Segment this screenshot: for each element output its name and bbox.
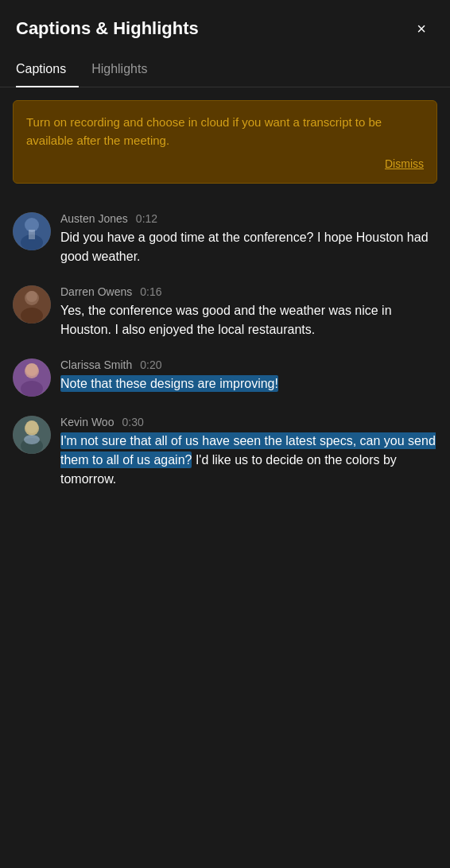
speaker-name-1: Austen Jones [60, 212, 128, 225]
caption-text-3: Note that these designs are improving! [60, 374, 437, 393]
notification-banner: Turn on recording and choose in cloud if… [13, 100, 437, 184]
dismiss-button[interactable]: Dismiss [385, 157, 424, 170]
caption-meta-3: Clarissa Smith 0:20 [60, 358, 437, 371]
svg-point-11 [25, 363, 38, 376]
avatar-kevin [13, 416, 51, 454]
tabs-container: Captions Highlights [0, 54, 450, 87]
speaker-name-4: Kevin Woo [60, 416, 114, 428]
timestamp-3: 0:20 [140, 358, 161, 371]
timestamp-4: 0:30 [122, 416, 143, 428]
header: Captions & Highlights × [0, 0, 450, 54]
close-button[interactable]: × [409, 16, 434, 41]
speaker-name-3: Clarissa Smith [60, 358, 132, 371]
caption-meta-1: Austen Jones 0:12 [60, 212, 437, 225]
svg-point-7 [26, 291, 37, 302]
timestamp-2: 0:16 [140, 285, 161, 298]
caption-content-3: Clarissa Smith 0:20 Note that these desi… [60, 358, 437, 393]
svg-point-6 [21, 308, 43, 324]
captions-list: Austen Jones 0:12 Did you have a good ti… [0, 196, 450, 505]
highlighted-text-3: Note that these designs are improving! [60, 375, 278, 392]
avatar-darren [13, 285, 51, 324]
caption-text-2: Yes, the conference was good and the wea… [60, 301, 437, 339]
caption-item-4: Kevin Woo 0:30 I'm not sure that all of … [13, 406, 437, 498]
dialog-title: Captions & Highlights [16, 18, 199, 39]
caption-content-2: Darren Owens 0:16 Yes, the conference wa… [60, 285, 437, 339]
caption-meta-4: Kevin Woo 0:30 [60, 416, 437, 428]
caption-item-2: Darren Owens 0:16 Yes, the conference wa… [13, 276, 437, 349]
tab-highlights[interactable]: Highlights [91, 54, 160, 87]
notification-text: Turn on recording and choose in cloud if… [26, 114, 424, 149]
caption-item-3: Clarissa Smith 0:20 Note that these desi… [13, 349, 437, 406]
caption-item-1: Austen Jones 0:12 Did you have a good ti… [13, 203, 437, 276]
caption-content-4: Kevin Woo 0:30 I'm not sure that all of … [60, 416, 437, 489]
speaker-name-2: Darren Owens [60, 285, 132, 298]
caption-meta-2: Darren Owens 0:16 [60, 285, 437, 298]
svg-rect-3 [29, 230, 35, 239]
timestamp-1: 0:12 [136, 212, 157, 225]
avatar-clarissa [13, 358, 51, 397]
caption-text-4: I'm not sure that all of us have seen th… [60, 432, 437, 489]
avatar-austen [13, 212, 51, 250]
svg-point-10 [21, 381, 43, 397]
tab-captions[interactable]: Captions [16, 54, 79, 87]
svg-point-16 [24, 435, 40, 444]
caption-content-1: Austen Jones 0:12 Did you have a good ti… [60, 212, 437, 266]
svg-point-15 [25, 420, 38, 433]
caption-text-1: Did you have a good time at the conferen… [60, 228, 437, 266]
